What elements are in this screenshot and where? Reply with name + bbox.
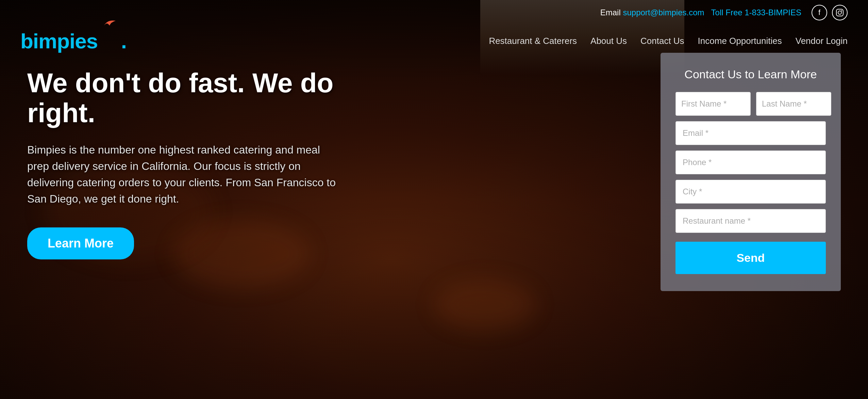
email-row [675, 121, 826, 145]
nav-item-about[interactable]: About Us [590, 36, 627, 46]
food-highlight-2 [434, 279, 536, 330]
hero-description: Bimpies is the number one highest ranked… [27, 142, 340, 207]
phone-info: Toll Free 1-833-BIMPIES [711, 8, 801, 17]
last-name-input[interactable] [756, 92, 831, 116]
email-input[interactable] [675, 121, 826, 145]
logo-text: bimpies . [20, 29, 127, 53]
nav-item-contact[interactable]: Contact Us [640, 36, 684, 46]
first-name-input[interactable] [675, 92, 751, 116]
learn-more-button[interactable]: Learn More [27, 227, 134, 259]
nav-item-income[interactable]: Income Opportunities [698, 36, 782, 46]
city-row [675, 180, 826, 204]
restaurant-row [675, 209, 826, 233]
nav-item-restaurants[interactable]: Restaurant & Caterers [489, 36, 577, 46]
nav-link-contact[interactable]: Contact Us [640, 36, 684, 46]
nav-item-vendor[interactable]: Vendor Login [796, 36, 848, 46]
email-label: Email support@bimpies.com [600, 8, 704, 17]
nav-link-vendor[interactable]: Vendor Login [796, 36, 848, 46]
contact-form-title: Contact Us to Learn More [675, 68, 826, 81]
send-button[interactable]: Send [675, 242, 826, 274]
svg-point-1 [838, 11, 841, 14]
hero-title: We don't do fast. We do right. [27, 68, 367, 128]
nav-link-about[interactable]: About Us [590, 36, 627, 46]
hero-content: We don't do fast. We do right. Bimpies i… [27, 68, 367, 259]
svg-point-2 [841, 10, 842, 11]
email-link[interactable]: support@bimpies.com [623, 8, 704, 17]
city-input[interactable] [675, 180, 826, 204]
social-icons: f [812, 5, 848, 20]
phone-input[interactable] [675, 150, 826, 174]
nav-links: Restaurant & Caterers About Us Contact U… [489, 36, 848, 46]
phone-row [675, 150, 826, 174]
hero-section: Email support@bimpies.com Toll Free 1-83… [0, 0, 868, 399]
contact-form-panel: Contact Us to Learn More Send [661, 53, 841, 291]
logo[interactable]: bimpies . [20, 29, 127, 53]
phone-number: 1-833-BIMPIES [745, 8, 801, 17]
facebook-icon[interactable]: f [812, 5, 827, 20]
instagram-icon[interactable] [832, 5, 848, 20]
restaurant-input[interactable] [675, 209, 826, 233]
top-bar: Email support@bimpies.com Toll Free 1-83… [0, 0, 868, 24]
nav-link-income[interactable]: Income Opportunities [698, 36, 782, 46]
nav-link-restaurants[interactable]: Restaurant & Caterers [489, 36, 577, 46]
svg-rect-0 [836, 9, 843, 16]
name-row [675, 92, 826, 116]
